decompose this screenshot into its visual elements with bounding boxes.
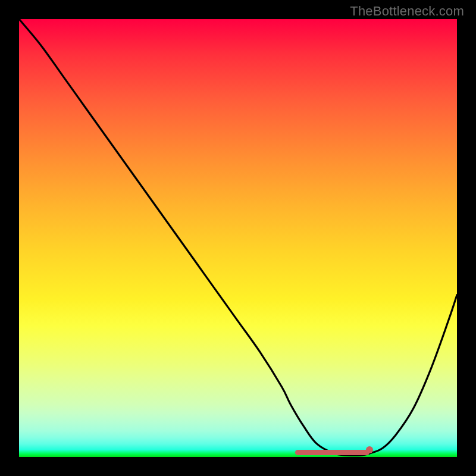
optimal-point-marker <box>366 446 373 453</box>
optimal-range-marker <box>295 450 369 455</box>
chart-frame: TheBottleneck.com <box>0 0 476 476</box>
plot-area <box>19 19 457 457</box>
bottleneck-curve <box>19 19 457 457</box>
watermark-text: TheBottleneck.com <box>350 4 464 19</box>
